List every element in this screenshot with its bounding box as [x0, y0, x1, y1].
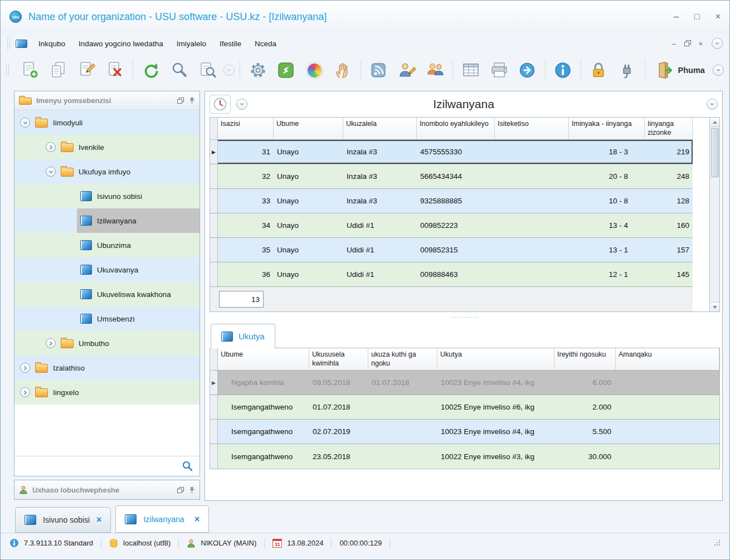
table-view-button[interactable] [458, 57, 483, 83]
count-summary-cell[interactable]: 13 [219, 291, 264, 308]
toolbar-grip[interactable] [6, 64, 9, 76]
column-header[interactable]: Ubume [274, 118, 343, 139]
column-header[interactable]: Isazisi [218, 118, 274, 139]
add-record-button[interactable] [18, 57, 43, 83]
go-next-button[interactable] [515, 57, 540, 83]
refresh-button[interactable] [138, 57, 163, 83]
splitter-handle[interactable]: ········· [210, 313, 720, 322]
close-button[interactable]: × [716, 12, 721, 21]
tree-item-umbutho[interactable]: Umbutho [14, 331, 199, 356]
edit-record-button[interactable] [75, 57, 100, 83]
float-panel-icon[interactable] [177, 99, 182, 104]
collapse-node-icon[interactable] [20, 118, 30, 128]
tree-item-umsebenzi[interactable]: Umsebenzi [14, 306, 199, 331]
vertical-scrollbar[interactable] [709, 118, 719, 311]
float-panel-icon[interactable] [177, 489, 182, 493]
exit-button[interactable]: Phuma [650, 61, 709, 80]
column-header[interactable]: Iinyanga zizonke [645, 118, 693, 139]
search-icon[interactable] [182, 461, 193, 471]
maximize-button[interactable]: □ [694, 12, 700, 21]
menu-indawo[interactable]: Indawo yogcino lwedatha [72, 36, 170, 51]
table-row[interactable]: 33 Unayo Inzala #3 9325888885 10 - 8 128 [210, 189, 693, 213]
scroll-down-button[interactable] [710, 302, 719, 311]
menu-inkqubo[interactable]: Inkqubo [32, 36, 72, 51]
tree-item-ubunzima[interactable]: Ubunzima [14, 233, 199, 257]
tree-item-ivenkile[interactable]: Ivenkile [14, 135, 199, 159]
tree-item-isivuno-sobisi[interactable]: Isivuno sobisi [14, 184, 199, 208]
document-icon[interactable] [16, 40, 27, 48]
table-row[interactable]: Isemgangathweno 23.05.2018 10022 Enye im… [210, 444, 719, 469]
menu-nceda[interactable]: Nceda [248, 36, 283, 51]
copy-record-button[interactable] [46, 57, 71, 83]
expand-node-icon[interactable] [20, 387, 30, 397]
table-row[interactable]: ▶ 31 Unayo Inzala #3 4575555330 18 - 3 2… [210, 140, 693, 164]
tree-item-ukuvavanya[interactable]: Ukuvavanya [14, 257, 199, 282]
menu-imiyalelo[interactable]: Imiyalelo [170, 36, 213, 51]
lock-button[interactable] [586, 57, 611, 83]
tree-item-iimodyuli[interactable]: Iimodyuli [14, 110, 199, 135]
navigation-button[interactable] [274, 57, 299, 83]
column-header[interactable]: Ukuzalela [343, 118, 417, 139]
pin-icon[interactable] [189, 486, 195, 494]
support-panel[interactable]: Uxhaso lobuchwepheshe [14, 480, 200, 500]
table-row[interactable]: 35 Unayo Udidi #1 009852315 13 - 1 157 [210, 238, 693, 262]
toolbar-overflow-button[interactable] [223, 65, 235, 76]
user-groups-button[interactable] [422, 57, 447, 83]
column-header[interactable]: Amanqaku [616, 348, 719, 370]
user-account-button[interactable] [395, 57, 420, 83]
connection-plug-button[interactable] [615, 57, 640, 83]
column-header[interactable]: Inombolo eyahlukileyo [417, 118, 495, 139]
minimize-button[interactable]: – [674, 12, 679, 21]
column-header[interactable]: Isiteketiso [495, 118, 569, 139]
mdi-minimize-button[interactable]: – [671, 40, 675, 47]
table-row[interactable]: 32 Unayo Inzala #3 5665434344 20 - 8 248 [210, 164, 693, 189]
clock-button[interactable] [210, 95, 231, 114]
news-feed-button[interactable] [366, 57, 391, 83]
column-header[interactable]: Iminyaka - iinyanga [569, 118, 645, 139]
header-collapse-button[interactable] [236, 99, 247, 110]
menubar-grip[interactable] [7, 37, 10, 50]
column-header[interactable]: Ukutya [437, 348, 554, 370]
delete-record-button[interactable] [103, 57, 128, 83]
pan-hand-button[interactable] [330, 57, 356, 83]
tree-item-ukuveliswa-kwakhona[interactable]: Ukuveliswa kwakhona [14, 282, 199, 306]
color-wheel-button[interactable] [302, 57, 327, 83]
search-button[interactable] [167, 57, 192, 83]
scrollbar-thumb[interactable] [711, 128, 719, 177]
collapse-node-icon[interactable] [46, 167, 56, 177]
table-row[interactable]: 34 Unayo Udidi #1 009852223 13 - 4 160 [210, 213, 693, 238]
mdi-restore-button[interactable] [684, 40, 689, 47]
column-header[interactable]: Ubume [218, 348, 309, 370]
resize-grip[interactable] [713, 539, 721, 547]
mdi-close-button[interactable]: × [698, 40, 703, 47]
close-tab-icon[interactable]: × [96, 515, 101, 525]
table-row[interactable]: Isemgangathweno 01.07.2018 10025 Enye im… [210, 395, 719, 420]
table-row[interactable]: Isemgangathweno 02.07.2019 10023 Enye im… [210, 420, 719, 444]
column-header[interactable]: Ireyithi ngosuku [554, 348, 616, 370]
toolbar-collapse-button[interactable] [713, 65, 724, 76]
expand-node-icon[interactable] [20, 363, 30, 373]
column-header[interactable]: Ukususela kwimihla [309, 348, 368, 370]
tab-ukutya[interactable]: Ukutya [211, 324, 275, 348]
settings-gear-button[interactable] [245, 57, 270, 83]
tab-izilwanyana[interactable]: Izilwanyana × [115, 505, 209, 533]
tree-item-ukufuya-imfuyo[interactable]: Ukufuya imfuyo [14, 159, 199, 184]
tree-item-izalathiso[interactable]: Izalathiso [14, 356, 199, 380]
expand-node-icon[interactable] [46, 338, 56, 348]
information-button[interactable] [551, 57, 576, 83]
scroll-up-button[interactable] [710, 118, 719, 127]
tree-item-iingxelo[interactable]: Iingxelo [14, 380, 199, 405]
tree-item-izilwanyana[interactable]: Izilwanyana [14, 208, 199, 233]
tab-isivuno-sobisi[interactable]: Isivuno sobisi × [15, 507, 111, 533]
expand-node-icon[interactable] [46, 142, 56, 152]
table-row[interactable]: 36 Unayo Udidi #1 009888463 12 - 1 145 [210, 262, 693, 287]
menubar-collapse-button[interactable] [712, 38, 723, 49]
panel-collapse-button[interactable] [707, 99, 718, 110]
menu-ifestile[interactable]: Ifestile [213, 36, 248, 51]
print-button[interactable] [486, 57, 512, 83]
column-header[interactable]: ukuza kuthi ga ngoku [368, 348, 437, 370]
table-row[interactable]: ▶ Ngapha komhla 09.05.2018 01.07.2018 10… [210, 371, 719, 395]
pin-icon[interactable] [189, 97, 195, 104]
close-tab-icon[interactable]: × [194, 514, 199, 524]
search-window-button[interactable] [195, 57, 220, 83]
